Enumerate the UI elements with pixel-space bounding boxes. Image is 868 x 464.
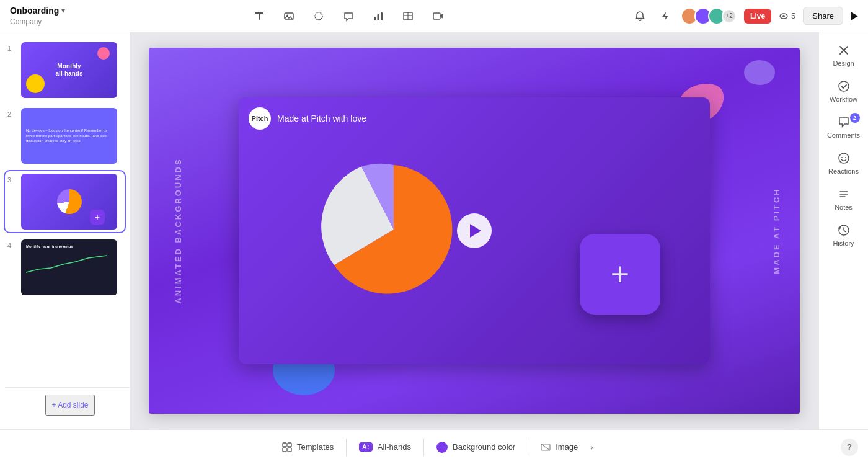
thumb-4-chart [26,251,107,275]
thumb-2-text: No devices – focus on the content! Remem… [26,128,112,143]
thumb-1-circle [26,74,45,93]
thumb-1-title: Monthlyall-hands [56,63,83,78]
views-number: 5 [791,11,795,20]
templates-icon [282,442,292,452]
divider-3 [528,439,528,456]
svg-rect-7 [381,12,383,20]
svg-rect-11 [433,13,440,19]
history-icon [837,223,851,237]
svg-rect-24 [288,443,291,447]
comments-panel-button[interactable]: 2 Comments [822,109,866,145]
svg-point-17 [841,157,843,158]
allhands-button[interactable]: A: All-hands [349,437,421,457]
comments-icon [837,115,851,129]
thumb-1-bg: Monthlyall-hands [21,42,117,98]
app-title[interactable]: Onboarding [10,6,59,16]
live-button[interactable]: Live [744,9,771,24]
present-button[interactable] [851,12,858,20]
notes-icon [837,187,851,201]
image-icon-group [541,442,551,452]
svg-point-15 [839,81,849,91]
play-overlay[interactable] [457,213,492,248]
image-label: Image [556,442,578,452]
shape-tool-icon[interactable] [310,7,327,25]
history-panel-button[interactable]: History [822,217,866,253]
background-color-button[interactable]: Background color [427,437,525,458]
svg-rect-5 [374,17,376,20]
video-header: Pitch Made at Pitch with love [249,107,366,130]
plus-card: + [580,234,660,315]
video-embed[interactable]: Pitch Made at Pitch with love [239,97,710,364]
table-tool-icon[interactable] [399,7,417,25]
thumb-2-bg: No devices – focus on the content! Remem… [21,108,117,164]
svg-point-16 [839,153,849,163]
pie-chart-svg [313,149,474,310]
slide-left-text: ANIMATED BACKGROUNDS [174,158,183,303]
image-tool-icon[interactable] [280,7,298,25]
thumb-4-bg: Monthly recurring revenue [21,239,117,295]
slide-canvas: ANIMATED BACKGROUNDS MADE AT PITCH Pitch… [149,48,800,414]
video-tool-icon[interactable] [429,7,446,25]
thumb-3-plus: + [90,210,105,225]
reactions-panel-button[interactable]: Reactions [822,145,866,181]
design-label: Design [833,60,854,67]
notifications-icon[interactable] [631,7,649,25]
svg-point-13 [782,15,785,17]
allhands-label: All-hands [378,442,411,452]
comment-tool-icon[interactable] [340,7,357,25]
comments-label: Comments [827,132,860,139]
notes-label: Notes [835,203,852,211]
app-subtitle: Company [10,17,65,26]
topbar: Onboarding ▾ Company [0,0,868,32]
thumb-4-title: Monthly recurring revenue [26,244,112,248]
slide-num-3: 3 [7,176,16,184]
plus-icon: + [611,258,629,290]
image-button[interactable]: Image [531,437,588,457]
chart-tool-icon[interactable] [370,7,387,25]
slide-item-2[interactable]: 2 No devices – focus on the content! Rem… [5,105,125,166]
thumb-1-content: Monthlyall-hands [56,63,83,78]
avatar-group: +2 [681,7,737,25]
notes-panel-button[interactable]: Notes [822,181,866,217]
app-title-group: Onboarding ▾ Company [10,6,65,26]
add-slide-area: + Add slide [5,387,130,422]
share-button[interactable]: Share [803,7,843,25]
workflow-label: Workflow [830,96,857,103]
toolbar [250,7,446,25]
reactions-icon [837,151,851,165]
templates-button[interactable]: Templates [272,437,343,457]
slide-thumb-1: Monthlyall-hands [21,42,117,98]
slide-item-3[interactable]: 3 + [5,171,125,232]
slide-thumb-2: No devices – focus on the content! Remem… [21,108,117,164]
thumb-3-pie [57,189,82,214]
play-icon [851,12,858,20]
slide-thumb-4: Monthly recurring revenue [21,239,117,295]
svg-point-14 [843,49,845,51]
pitch-logo: Pitch [249,107,271,130]
slide-item-4[interactable]: 4 Monthly recurring revenue [5,237,125,298]
more-options-chevron[interactable]: › [588,442,596,452]
svg-point-4 [315,12,322,20]
help-button[interactable]: ? [841,439,858,456]
slide-thumb-3: + [21,174,117,230]
bottombar: Templates A: All-hands Background color … [0,429,868,464]
svg-rect-1 [259,12,260,20]
design-panel-button[interactable]: Design [822,37,866,73]
text-tool-icon[interactable] [250,7,268,25]
avatar-extra-count: +2 [722,9,737,24]
lightning-icon[interactable] [656,7,673,25]
slide-item-1[interactable]: 1 Monthlyall-hands [5,40,125,100]
title-chevron[interactable]: ▾ [61,6,65,15]
add-slide-button[interactable]: + Add slide [45,395,94,416]
divider-1 [346,439,347,456]
workflow-panel-button[interactable]: Workflow [822,73,866,109]
topbar-right: +2 Live 5 Share [631,7,858,25]
blob-purple-top [744,60,775,85]
history-label: History [833,239,854,247]
pie-chart [313,149,474,313]
design-icon [837,43,851,57]
video-title: Made at Pitch with love [277,114,366,123]
comments-badge: 2 [850,113,860,123]
svg-point-18 [845,157,846,158]
thumb-3-plus-icon: + [95,212,100,222]
